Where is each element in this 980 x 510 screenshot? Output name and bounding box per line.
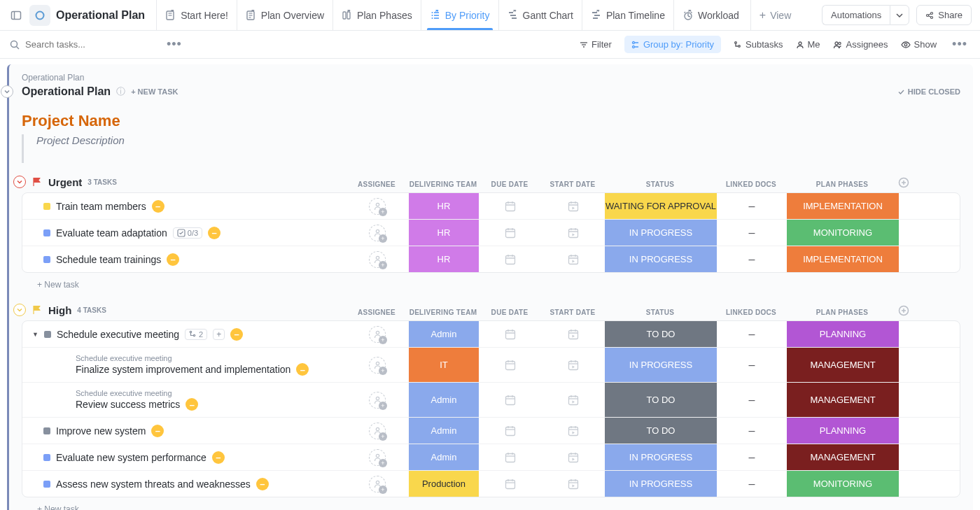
assignee-cell[interactable]: + xyxy=(346,357,409,374)
list-title[interactable]: Operational Plan xyxy=(22,85,111,98)
plan-phase-cell[interactable]: IMPLEMENTATION xyxy=(787,246,899,272)
search-box[interactable] xyxy=(10,39,150,50)
tab-gantt[interactable]: Gantt Chart xyxy=(498,0,582,30)
task-row[interactable]: Schedule executive meetingFinalize syste… xyxy=(22,348,960,383)
status-cell[interactable]: TO DO xyxy=(605,321,717,347)
delivering-team-cell[interactable]: Admin xyxy=(409,418,479,444)
delivering-team-cell[interactable]: HR xyxy=(409,246,479,272)
subtask-progress-badge[interactable]: 0/3 xyxy=(173,227,202,239)
plan-phase-cell[interactable]: IMPLEMENTATION xyxy=(787,193,899,219)
subtask-count-badge[interactable]: 2 xyxy=(185,329,207,340)
task-options-icon[interactable]: – xyxy=(167,253,179,266)
due-date-cell[interactable] xyxy=(479,200,542,213)
tab-priority[interactable]: By Priority xyxy=(421,0,498,30)
task-row[interactable]: Schedule team trainings– + HR IN PROGRES… xyxy=(22,246,960,272)
due-date-cell[interactable] xyxy=(479,478,542,490)
automations-dropdown-button[interactable] xyxy=(890,5,909,25)
linked-docs-cell[interactable]: – xyxy=(717,451,787,464)
plan-phase-cell[interactable]: MANAGEMENT xyxy=(787,348,899,382)
show-button[interactable]: Show xyxy=(901,39,937,50)
delivering-team-cell[interactable]: HR xyxy=(409,193,479,219)
linked-docs-cell[interactable]: – xyxy=(717,425,787,437)
col-assignee[interactable]: ASSIGNEE xyxy=(345,180,408,188)
tab-timeline[interactable]: Plan Timeline xyxy=(582,0,673,30)
task-options-icon[interactable]: – xyxy=(152,200,164,213)
task-row[interactable]: ▼Schedule executive meeting2+– + Admin T… xyxy=(22,321,960,348)
start-date-cell[interactable] xyxy=(542,253,605,266)
assignee-cell[interactable]: + xyxy=(346,225,409,241)
plan-phase-cell[interactable]: PLANNING xyxy=(787,321,899,347)
new-task-row-button[interactable]: + New task xyxy=(9,497,973,510)
col-linked-docs[interactable]: LINKED DOCS xyxy=(716,309,786,316)
collapse-list-icon[interactable] xyxy=(1,85,13,98)
linked-docs-cell[interactable]: – xyxy=(717,227,787,239)
assignee-cell[interactable]: + xyxy=(346,449,409,466)
search-more-icon[interactable]: ••• xyxy=(164,34,185,55)
task-options-icon[interactable]: – xyxy=(208,227,220,239)
new-task-header-button[interactable]: + NEW TASK xyxy=(131,87,178,96)
collapse-group-icon[interactable] xyxy=(13,304,26,316)
start-date-cell[interactable] xyxy=(542,359,605,371)
assignee-cell[interactable]: + xyxy=(346,392,409,409)
linked-docs-cell[interactable]: – xyxy=(717,328,787,341)
due-date-cell[interactable] xyxy=(479,227,542,239)
delivering-team-cell[interactable]: Admin xyxy=(409,383,479,417)
task-options-icon[interactable]: – xyxy=(212,451,225,464)
linked-docs-cell[interactable]: – xyxy=(717,478,787,490)
group-name[interactable]: Urgent xyxy=(48,176,82,188)
due-date-cell[interactable] xyxy=(479,359,542,371)
status-cell[interactable]: WAITING FOR APPROVAL xyxy=(605,193,717,219)
group-name[interactable]: High xyxy=(48,304,71,316)
task-row[interactable]: Improve new system– + Admin TO DO – PLAN… xyxy=(22,418,960,444)
linked-docs-cell[interactable]: – xyxy=(717,359,787,371)
workspace-name[interactable]: Operational Plan xyxy=(56,9,145,22)
col-plan-phases[interactable]: PLAN PHASES xyxy=(786,309,898,316)
linked-docs-cell[interactable]: – xyxy=(717,394,787,406)
status-cell[interactable]: TO DO xyxy=(605,383,717,417)
project-description[interactable]: Project Description xyxy=(22,134,973,163)
task-name[interactable]: Finalize system improvement and implemen… xyxy=(76,363,309,376)
plan-phase-cell[interactable]: MONITORING xyxy=(787,471,899,497)
group-by-button[interactable]: Group by: Priority xyxy=(624,36,721,53)
collapse-group-icon[interactable] xyxy=(13,176,26,188)
start-date-cell[interactable] xyxy=(542,328,605,341)
tab-overview[interactable]: Plan Overview xyxy=(237,0,332,30)
project-name[interactable]: Project Name xyxy=(9,101,973,134)
start-date-cell[interactable] xyxy=(542,451,605,464)
task-options-icon[interactable]: – xyxy=(230,328,243,341)
linked-docs-cell[interactable]: – xyxy=(717,253,787,266)
assignee-cell[interactable]: + xyxy=(346,251,409,268)
status-cell[interactable]: IN PROGRESS xyxy=(605,471,717,497)
tab-workload[interactable]: Workload xyxy=(673,0,748,30)
hide-closed-button[interactable]: HIDE CLOSED xyxy=(897,87,960,96)
task-row[interactable]: Evaluate team adaptation0/3– + HR IN PRO… xyxy=(22,220,960,246)
share-button[interactable]: Share xyxy=(916,5,972,25)
plan-phase-cell[interactable]: MANAGEMENT xyxy=(787,383,899,417)
col-plan-phases[interactable]: PLAN PHASES xyxy=(786,180,898,188)
add-column-icon[interactable] xyxy=(898,305,926,316)
task-name[interactable]: Improve new system xyxy=(56,425,146,437)
due-date-cell[interactable] xyxy=(479,253,542,266)
me-button[interactable]: Me xyxy=(796,39,820,50)
start-date-cell[interactable] xyxy=(542,394,605,406)
breadcrumb[interactable]: Operational Plan xyxy=(22,73,960,83)
due-date-cell[interactable] xyxy=(479,328,542,341)
col-linked-docs[interactable]: LINKED DOCS xyxy=(716,180,786,188)
start-date-cell[interactable] xyxy=(542,227,605,239)
task-row[interactable]: Assess new system threats and weaknesses… xyxy=(22,471,960,497)
col-due-date[interactable]: DUE DATE xyxy=(478,180,541,188)
col-start-date[interactable]: START DATE xyxy=(541,309,604,316)
task-name[interactable]: Evaluate new system performance xyxy=(56,452,206,463)
new-task-row-button[interactable]: + New task xyxy=(9,273,973,291)
task-row[interactable]: Schedule executive meetingReview success… xyxy=(22,383,960,418)
assignees-button[interactable]: Assignees xyxy=(833,39,888,50)
automations-button[interactable]: Automations xyxy=(822,5,890,25)
plan-phase-cell[interactable]: MANAGEMENT xyxy=(787,444,899,470)
plan-phase-cell[interactable]: PLANNING xyxy=(787,418,899,444)
due-date-cell[interactable] xyxy=(479,394,542,406)
plan-phase-cell[interactable]: MONITORING xyxy=(787,220,899,246)
delivering-team-cell[interactable]: HR xyxy=(409,220,479,246)
subtasks-button[interactable]: Subtasks xyxy=(734,39,783,50)
info-icon[interactable]: ⓘ xyxy=(116,85,125,98)
workspace-icon[interactable] xyxy=(29,5,50,26)
